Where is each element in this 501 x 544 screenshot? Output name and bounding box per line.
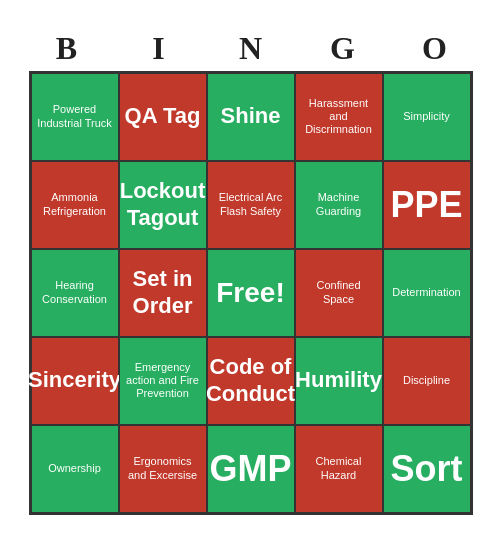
bingo-cell: Humility [295, 337, 383, 425]
bingo-cell: Emergency action and Fire Prevention [119, 337, 207, 425]
header-letter: O [391, 30, 479, 67]
bingo-cell: Ammonia Refrigeration [31, 161, 119, 249]
bingo-cell: Electrical Arc Flash Safety [207, 161, 295, 249]
bingo-cell: Shine [207, 73, 295, 161]
bingo-cell: Ergonomics and Excersise [119, 425, 207, 513]
bingo-cell: Ownership [31, 425, 119, 513]
header-letter: B [23, 30, 111, 67]
bingo-card: BINGO Powered Industrial TruckQA TagShin… [11, 20, 491, 525]
bingo-cell: Sincerity [31, 337, 119, 425]
bingo-cell: Discipline [383, 337, 471, 425]
bingo-cell: Simplicity [383, 73, 471, 161]
header-letter: I [115, 30, 203, 67]
bingo-header: BINGO [21, 30, 481, 67]
bingo-cell: Code of Conduct [207, 337, 295, 425]
bingo-cell: Chemical Hazard [295, 425, 383, 513]
bingo-cell: Harassment and Discrimnation [295, 73, 383, 161]
bingo-cell: Hearing Conservation [31, 249, 119, 337]
bingo-cell: Sort [383, 425, 471, 513]
bingo-cell: Machine Guarding [295, 161, 383, 249]
header-letter: N [207, 30, 295, 67]
bingo-cell: Determination [383, 249, 471, 337]
bingo-cell: Powered Industrial Truck [31, 73, 119, 161]
bingo-cell: QA Tag [119, 73, 207, 161]
bingo-cell: Lockout Tagout [119, 161, 207, 249]
bingo-grid: Powered Industrial TruckQA TagShineHaras… [29, 71, 473, 515]
header-letter: G [299, 30, 387, 67]
bingo-cell: Confined Space [295, 249, 383, 337]
bingo-cell: GMP [207, 425, 295, 513]
bingo-cell: Set in Order [119, 249, 207, 337]
bingo-cell: PPE [383, 161, 471, 249]
bingo-cell: Free! [207, 249, 295, 337]
